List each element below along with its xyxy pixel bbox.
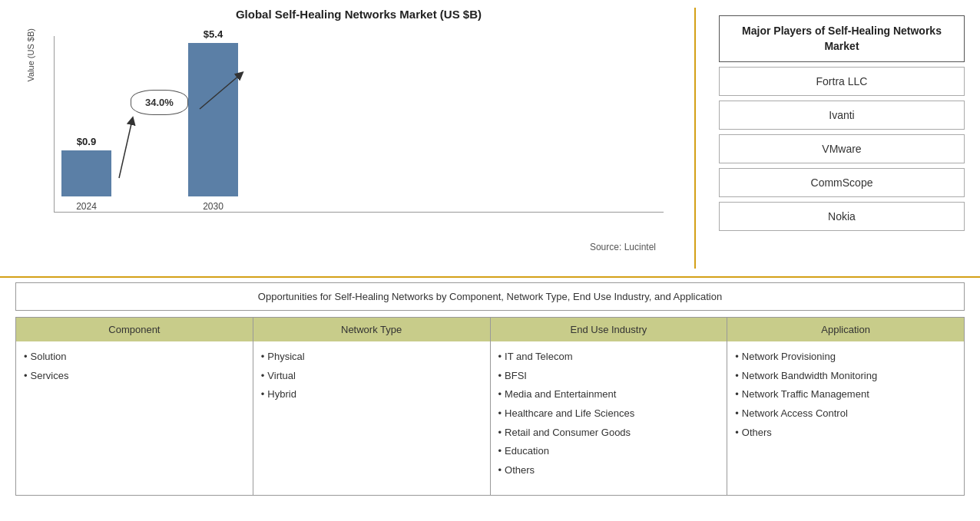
bar-2024: $0.9 2024 xyxy=(61,136,111,212)
application-column: Application •Network Provisioning •Netwo… xyxy=(727,318,964,495)
player-ivanti: Ivanti xyxy=(719,101,965,130)
list-item: •Education xyxy=(498,442,720,461)
list-item: •Network Provisioning xyxy=(735,348,956,367)
list-item: •Network Access Control xyxy=(735,404,956,424)
opportunities-box: Opportunities for Self-Healing Networks … xyxy=(15,282,965,311)
network-type-header: Network Type xyxy=(253,318,490,341)
vertical-divider xyxy=(694,8,696,269)
opportunities-title: Opportunities for Self-Healing Networks … xyxy=(24,291,956,302)
list-item: •Network Bandwidth Monitoring xyxy=(735,367,956,386)
end-use-industry-column: End Use Industry •IT and Telecom •BFSI •… xyxy=(491,318,728,495)
player-vmware: VMware xyxy=(719,134,965,163)
list-item: •Retail and Consumer Goods xyxy=(498,424,720,443)
application-header: Application xyxy=(727,318,964,341)
list-item: •Healthcare and Life Sciences xyxy=(498,404,720,424)
chart-title: Global Self-Healing Networks Market (US … xyxy=(15,8,671,21)
right-panel: Major Players of Self-Healing Networks M… xyxy=(719,8,965,269)
player-commscope: CommScope xyxy=(719,168,965,197)
bottom-section: Opportunities for Self-Healing Networks … xyxy=(0,282,980,503)
list-item: •Hybrid xyxy=(261,385,482,404)
player-nokia: Nokia xyxy=(719,202,965,231)
network-type-column: Network Type •Physical •Virtual •Hybrid xyxy=(253,318,491,495)
list-item: •Network Traffic Management xyxy=(735,385,956,404)
component-header: Component xyxy=(16,318,253,341)
list-item: •Virtual xyxy=(261,367,482,386)
source-text: Source: Lucintel xyxy=(15,242,671,252)
major-players-title: Major Players of Self-Healing Networks M… xyxy=(719,15,965,62)
player-fortra: Fortra LLC xyxy=(719,67,965,96)
list-item: •IT and Telecom xyxy=(498,348,720,367)
list-item: •BFSI xyxy=(498,367,720,386)
list-item: •Services xyxy=(24,367,245,386)
component-body: •Solution •Services xyxy=(16,341,253,495)
network-type-body: •Physical •Virtual •Hybrid xyxy=(253,341,490,495)
list-item: •Media and Entertainment xyxy=(498,385,720,404)
bar-year-2030: 2030 xyxy=(203,201,223,212)
list-item: •Solution xyxy=(24,348,245,367)
bar-year-2024: 2024 xyxy=(76,201,97,212)
growth-bubble: 34.0% xyxy=(131,90,188,115)
application-body: •Network Provisioning •Network Bandwidth… xyxy=(727,341,964,495)
list-item: •Others xyxy=(735,424,956,443)
end-use-industry-body: •IT and Telecom •BFSI •Media and Enterta… xyxy=(491,341,727,495)
list-item: •Others xyxy=(498,461,720,480)
y-axis-label: Value (US $B) xyxy=(26,28,35,82)
list-item: •Physical xyxy=(261,348,482,367)
columns-grid: Component •Solution •Services Network Ty… xyxy=(15,317,965,496)
chart-area: Global Self-Healing Networks Market (US … xyxy=(15,8,671,269)
horizontal-divider xyxy=(0,276,980,278)
component-column: Component •Solution •Services xyxy=(16,318,253,495)
bar-value-2024: $0.9 xyxy=(77,136,96,147)
bar-2030: $5.4 2030 xyxy=(188,28,238,212)
bar-value-2030: $5.4 xyxy=(204,28,223,40)
end-use-industry-header: End Use Industry xyxy=(491,318,727,341)
